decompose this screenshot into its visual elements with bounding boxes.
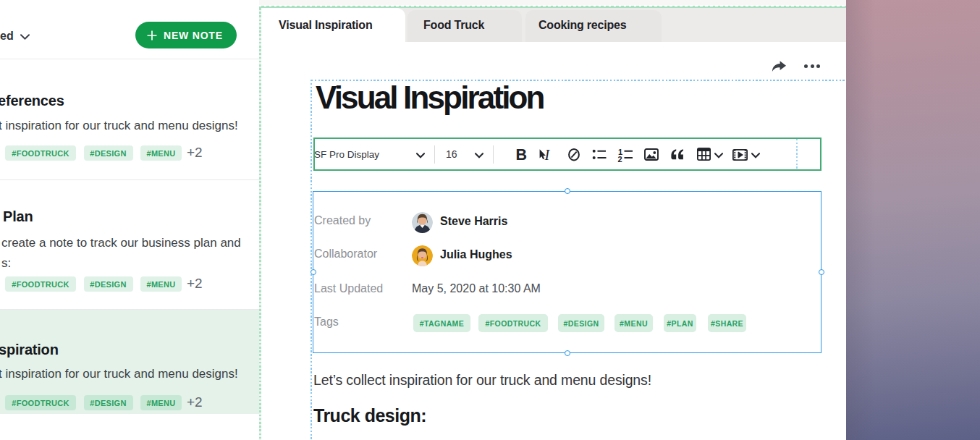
svg-text:2: 2 xyxy=(618,155,622,163)
svg-text:I: I xyxy=(544,149,551,161)
